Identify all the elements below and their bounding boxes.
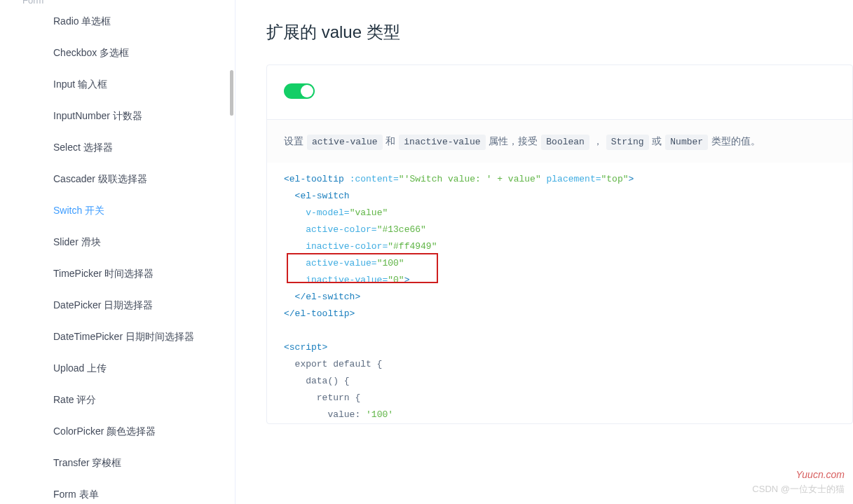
sidebar-item[interactable]: Select 选择器 [0,132,235,163]
sidebar-item[interactable]: Slider 滑块 [0,226,235,258]
inline-code: active-value [307,135,383,150]
sidebar-item[interactable]: Transfer 穿梭框 [0,447,235,479]
watermark-csdn: CSDN @一位女士的猫 [752,483,845,496]
demo-source [267,65,852,119]
scrollbar-thumb[interactable] [230,70,233,116]
sidebar-item[interactable]: Upload 上传 [0,353,235,384]
desc-text: ， [590,135,606,147]
desc-text: 属性，接受 [486,135,541,147]
sidebar-item[interactable]: Checkbox 多选框 [0,37,235,69]
sidebar-item[interactable]: InputNumber 计数器 [0,100,235,132]
sidebar-item[interactable]: Form 表单 [0,479,235,504]
demo-block: 设置 active-value 和 inactive-value 属性，接受 B… [266,64,853,424]
desc-text: 和 [383,135,399,147]
sidebar-group-title: Form [0,0,235,6]
section-heading: 扩展的 value 类型 [266,21,853,43]
sidebar-item[interactable]: TimePicker 时间选择器 [0,258,235,290]
desc-text: 设置 [284,135,306,147]
sidebar-item[interactable]: Input 输入框 [0,69,235,100]
code-block: <el-tooltip :content="'Switch value: ' +… [267,163,852,423]
sidebar-item[interactable]: Cascader 级联选择器 [0,163,235,195]
sidebar-item[interactable]: Rate 评分 [0,384,235,416]
sidebar-item[interactable]: Radio 单选框 [0,6,235,37]
desc-text: 或 [650,135,665,147]
inline-code: String [606,135,649,150]
sidebar-item[interactable]: Switch 开关 [0,195,235,226]
inline-code: Boolean [541,135,589,150]
inline-code: inactive-value [399,135,485,150]
sidebar-item[interactable]: ColorPicker 颜色选择器 [0,416,235,447]
sidebar-item[interactable]: DatePicker 日期选择器 [0,290,235,321]
demo-description: 设置 active-value 和 inactive-value 属性，接受 B… [267,119,852,163]
sidebar: Form Radio 单选框Checkbox 多选框Input 输入框Input… [0,0,236,504]
switch-toggle[interactable] [284,83,315,99]
watermark-yuucn: Yuucn.com [796,469,845,480]
inline-code: Number [665,135,708,150]
desc-text: 类型的值。 [709,135,760,147]
main-content: 扩展的 value 类型 设置 active-value 和 inactive-… [236,0,853,504]
sidebar-nav: Radio 单选框Checkbox 多选框Input 输入框InputNumbe… [0,6,235,504]
sidebar-item[interactable]: DateTimePicker 日期时间选择器 [0,321,235,353]
switch-handle [301,85,313,97]
